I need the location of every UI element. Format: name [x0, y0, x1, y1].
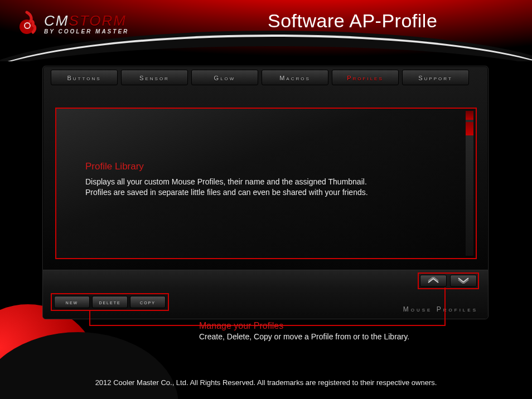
- move-arrows-group: [418, 273, 479, 289]
- tab-buttons[interactable]: Buttons: [51, 70, 118, 85]
- section-label: Mouse Profiles: [403, 305, 478, 313]
- tab-glow[interactable]: Glow: [191, 70, 258, 85]
- brand-subtitle: BY COOLER MASTER: [44, 29, 129, 35]
- scroll-up-icon[interactable]: [466, 111, 473, 120]
- library-title: Profile Library: [85, 161, 442, 172]
- callout-desc: Create, Delete, Copy or move a Profile f…: [199, 332, 489, 341]
- app-footer: new delete copy Mouse Profiles: [43, 270, 488, 319]
- new-button[interactable]: new: [54, 296, 90, 308]
- callout-title: Manage your Profiles: [199, 321, 489, 331]
- copy-button[interactable]: copy: [130, 296, 166, 308]
- tab-macros[interactable]: Macros: [262, 70, 328, 85]
- chevron-down-icon: [457, 276, 470, 286]
- library-scrollbar[interactable]: [466, 111, 473, 256]
- scroll-thumb[interactable]: [466, 122, 473, 135]
- library-desc-line1: Displays all your custom Mouse Profiles,…: [85, 177, 442, 187]
- swirl-icon: [14, 10, 40, 38]
- tab-bar: Buttons Sensor Glow Macros Profiles Supp…: [51, 70, 469, 85]
- tab-profiles[interactable]: Profiles: [332, 70, 399, 85]
- chevron-up-icon: [427, 276, 439, 286]
- tab-support[interactable]: Support: [402, 70, 469, 85]
- tab-sensor[interactable]: Sensor: [121, 70, 188, 85]
- library-desc-line2: Profiles are saved in separate little fi…: [85, 187, 442, 198]
- app-window: Buttons Sensor Glow Macros Profiles Supp…: [42, 66, 489, 319]
- profile-library-pane: Profile Library Displays all your custom…: [55, 108, 477, 259]
- callout: Manage your Profiles Create, Delete, Cop…: [199, 321, 489, 341]
- delete-button[interactable]: delete: [92, 296, 128, 308]
- page-title: Software AP-Profile: [268, 10, 519, 32]
- copyright: 2012 Cooler Master Co., Ltd. All Rights …: [0, 378, 532, 387]
- bottom-corner-dark: [0, 332, 178, 399]
- brand-name: CMSTORM: [44, 13, 129, 28]
- profile-action-buttons: new delete copy: [51, 293, 169, 311]
- move-up-button[interactable]: [420, 275, 447, 287]
- move-down-button[interactable]: [450, 275, 477, 287]
- brand-logo: CMSTORM BY COOLER MASTER: [14, 10, 129, 38]
